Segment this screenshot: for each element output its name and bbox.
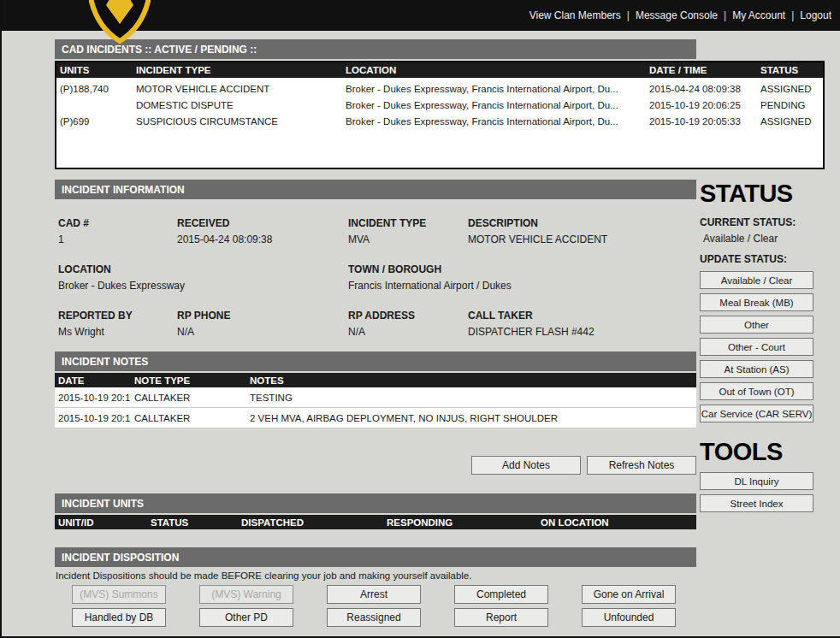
left-column: INCIDENT INFORMATION CAD # 1 RECEIVED 20…: [55, 180, 696, 627]
incident-location: Broker - Dukes Expressway, Francis Inter…: [342, 84, 646, 94]
incident-info-section: INCIDENT INFORMATION CAD # 1 RECEIVED 20…: [55, 180, 696, 338]
field-town-borough: TOWN / BOROUGH Francis International Air…: [345, 263, 696, 292]
incident-status: ASSIGNED: [757, 84, 823, 94]
incident-status: ASSIGNED: [757, 116, 823, 127]
status-meal-break-button[interactable]: Meal Break (MB): [700, 293, 813, 311]
col-responding: RESPONDING: [383, 517, 537, 528]
refresh-notes-button[interactable]: Refresh Notes: [587, 456, 696, 475]
status-available-clear-button[interactable]: Available / Clear: [700, 271, 813, 289]
incident-row[interactable]: (P)188,740 MOTOR VEHICLE ACCIDENT Broker…: [56, 80, 823, 97]
field-rp-address: RP ADDRESS N/A: [345, 310, 464, 338]
incident-row[interactable]: (P)699 SUSPICIOUS CIRCUMSTANCE Broker - …: [56, 113, 823, 129]
field-call-taker: CALL TAKER DISPATCHER FLASH #442: [464, 310, 696, 338]
col-note-text: NOTES: [246, 375, 696, 386]
notes-table-header: DATE NOTE TYPE NOTES: [55, 373, 696, 387]
mvs-warning-button: (MVS) Warning: [199, 585, 293, 604]
field-description: DESCRIPTION MOTOR VEHICLE ACCIDENT: [464, 217, 696, 245]
incident-type: SUSPICIOUS CIRCUMSTANCE: [133, 116, 342, 127]
nav-separator: |: [791, 9, 794, 21]
arrest-button[interactable]: Arrest: [327, 585, 421, 604]
units-table-header: UNIT/ID STATUS DISPATCHED RESPONDING ON …: [55, 515, 696, 529]
incident-row[interactable]: DOMESTIC DISPUTE Broker - Dukes Expressw…: [56, 97, 823, 113]
incident-notes-section: INCIDENT NOTES DATE NOTE TYPE NOTES 2015…: [55, 351, 696, 475]
field-label: INCIDENT TYPE: [348, 217, 464, 229]
field-label: RP PHONE: [177, 310, 345, 322]
report-button[interactable]: Report: [454, 608, 548, 627]
status-panel-title: STATUS: [700, 180, 825, 208]
incidents-table-body: (P)188,740 MOTOR VEHICLE ACCIDENT Broker…: [56, 78, 823, 129]
note-text: TESTING: [246, 393, 696, 403]
incident-disposition-section: INCIDENT DISPOSITION Incident Dispositio…: [55, 547, 696, 627]
dl-inquiry-button[interactable]: DL Inquiry: [700, 472, 813, 490]
page-content: CAD INCIDENTS :: ACTIVE / PENDING :: UNI…: [2, 31, 840, 627]
incident-info-header: INCIDENT INFORMATION: [55, 180, 696, 199]
completed-button[interactable]: Completed: [454, 585, 548, 604]
note-date: 2015-10-19 20:10:14: [55, 393, 131, 403]
incident-datetime: 2015-10-19 20:06:25: [646, 100, 757, 110]
field-value: Ms Wright: [58, 326, 174, 338]
note-row: 2015-10-19 20:10:14 CALLTAKER TESTING: [55, 387, 696, 408]
field-value: MOTOR VEHICLE ACCIDENT: [468, 233, 696, 245]
field-location: LOCATION Broker - Dukes Expressway: [55, 263, 345, 292]
field-label: RP ADDRESS: [348, 310, 464, 322]
gone-on-arrival-button[interactable]: Gone on Arrival: [582, 585, 676, 604]
topbar: View Clan Members | Message Console | My…: [2, 0, 840, 31]
field-cad-number: CAD # 1: [55, 217, 174, 245]
col-unit-status: STATUS: [147, 517, 238, 528]
update-status-label: UPDATE STATUS:: [700, 253, 825, 265]
col-incident-type: INCIDENT TYPE: [133, 65, 342, 75]
field-incident-type: INCIDENT TYPE MVA: [345, 217, 464, 245]
link-logout[interactable]: Logout: [800, 9, 831, 21]
other-pd-button[interactable]: Other PD: [199, 608, 293, 627]
incident-datetime: 2015-10-19 20:05:33: [646, 116, 757, 127]
col-units: UNITS: [56, 65, 133, 75]
link-my-account[interactable]: My Account: [732, 9, 785, 21]
col-note-date: DATE: [55, 375, 131, 386]
note-type: CALLTAKER: [131, 393, 246, 403]
note-date: 2015-10-19 20:12:53: [55, 413, 131, 423]
disposition-row: Handled by DB Other PD Reassigned Report…: [55, 608, 696, 627]
incident-disposition-header: INCIDENT DISPOSITION: [55, 547, 696, 567]
field-value: N/A: [348, 326, 464, 338]
field-reported-by: REPORTED BY Ms Wright: [55, 310, 174, 338]
field-received: RECEIVED 2015-04-24 08:09:38: [174, 217, 345, 245]
incident-location: Broker - Dukes Expressway, Francis Inter…: [342, 100, 646, 110]
field-label: DESCRIPTION: [468, 217, 696, 229]
col-status: STATUS: [757, 65, 823, 75]
field-value: Broker - Dukes Expressway: [58, 280, 345, 292]
mvs-summons-button: (MVS) Summons: [72, 585, 166, 604]
col-location: LOCATION: [342, 65, 646, 75]
status-car-service-button[interactable]: Car Service (CAR SERV): [700, 405, 813, 422]
field-rp-phone: RP PHONE N/A: [174, 310, 345, 338]
disposition-note: Incident Dispositions should be made BEF…: [55, 570, 696, 581]
field-value: Francis International Airport / Dukes: [348, 280, 696, 292]
field-value: 1: [58, 233, 174, 245]
incident-type: DOMESTIC DISPUTE: [133, 100, 342, 110]
incident-notes-header: INCIDENT NOTES: [55, 351, 696, 371]
incident-datetime: 2015-04-24 08:09:38: [646, 84, 757, 94]
incident-status: PENDING: [757, 100, 823, 110]
sidebar: STATUS CURRENT STATUS: Available / Clear…: [700, 180, 825, 512]
notes-actions: Add Notes Refresh Notes: [55, 456, 696, 475]
field-label: TOWN / BOROUGH: [348, 263, 696, 275]
col-dispatched: DISPATCHED: [238, 517, 383, 528]
add-notes-button[interactable]: Add Notes: [471, 456, 581, 475]
field-label: LOCATION: [58, 263, 345, 275]
status-at-station-button[interactable]: At Station (AS): [700, 360, 813, 378]
link-view-clan-members[interactable]: View Clan Members: [529, 9, 621, 21]
status-out-of-town-button[interactable]: Out of Town (OT): [700, 382, 813, 400]
link-message-console[interactable]: Message Console: [636, 9, 718, 21]
current-status-label: CURRENT STATUS:: [700, 216, 825, 228]
clan-badge-icon: [84, 0, 156, 44]
nav-separator: |: [724, 9, 726, 21]
handled-by-db-button[interactable]: Handled by DB: [72, 608, 166, 627]
street-index-button[interactable]: Street Index: [700, 494, 813, 512]
field-value: DISPATCHER FLASH #442: [468, 326, 696, 338]
field-value: N/A: [177, 326, 345, 338]
incidents-table-header: UNITS INCIDENT TYPE LOCATION DATE / TIME…: [56, 62, 823, 78]
status-other-court-button[interactable]: Other - Court: [700, 338, 813, 356]
unfounded-button[interactable]: Unfounded: [582, 608, 676, 627]
top-nav: View Clan Members | Message Console | My…: [529, 0, 831, 31]
reassigned-button[interactable]: Reassigned: [327, 608, 421, 627]
status-other-button[interactable]: Other: [700, 316, 813, 334]
